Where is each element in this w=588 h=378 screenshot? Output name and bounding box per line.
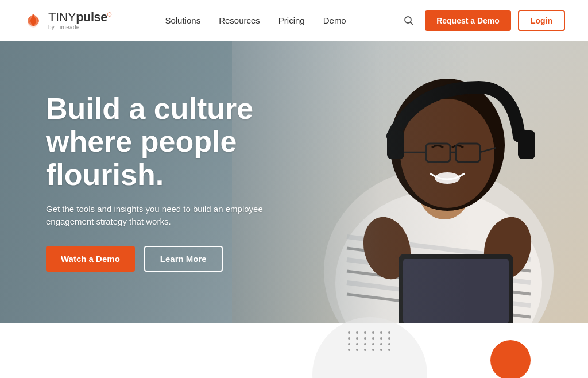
login-button[interactable]: Login bbox=[518, 10, 565, 31]
svg-line-2 bbox=[411, 22, 413, 25]
decorative-circle-orange bbox=[490, 340, 531, 378]
nav-pricing[interactable]: Pricing bbox=[278, 16, 305, 25]
nav-solutions[interactable]: Solutions bbox=[165, 16, 200, 25]
hero-headline: Build a culture where people flourish. bbox=[46, 92, 299, 191]
learn-more-button[interactable]: Learn More bbox=[144, 246, 223, 272]
header-actions: Request a Demo Login bbox=[400, 10, 565, 31]
logo-sub: by Limeade bbox=[48, 24, 111, 30]
hero-content: Build a culture where people flourish. G… bbox=[0, 41, 333, 323]
logo-text: TINYpulse® by Limeade bbox=[48, 10, 111, 30]
logo[interactable]: TINYpulse® by Limeade bbox=[23, 10, 111, 31]
nav-resources[interactable]: Resources bbox=[219, 16, 260, 25]
search-icon[interactable] bbox=[400, 11, 418, 30]
hero-cta-buttons: Watch a Demo Learn More bbox=[46, 246, 299, 272]
nav-demo[interactable]: Demo bbox=[323, 16, 346, 25]
watch-demo-button[interactable]: Watch a Demo bbox=[46, 246, 135, 272]
logo-brand: TINYpulse® bbox=[48, 10, 111, 24]
main-nav: Solutions Resources Pricing Demo bbox=[165, 16, 346, 25]
below-hero-section bbox=[0, 323, 588, 378]
hero-subtext: Get the tools and insights you need to b… bbox=[46, 203, 287, 229]
request-demo-button[interactable]: Request a Demo bbox=[425, 10, 511, 31]
hero-section: Build a culture where people flourish. G… bbox=[0, 41, 588, 323]
header: TINYpulse® by Limeade Solutions Resource… bbox=[0, 0, 588, 41]
decorative-dots bbox=[348, 331, 393, 351]
tinypulse-logo-icon bbox=[23, 10, 44, 31]
